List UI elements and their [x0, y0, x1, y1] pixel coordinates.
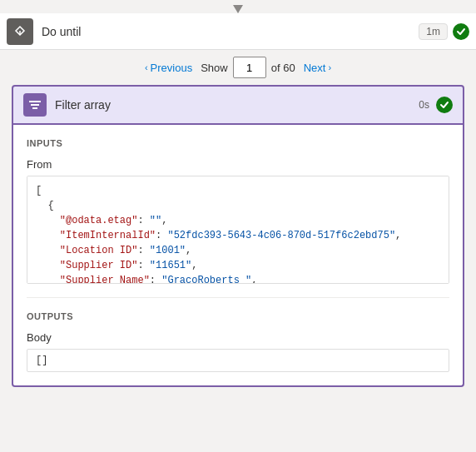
show-label: Show — [201, 62, 228, 74]
code-open-bracket: [ — [36, 183, 440, 198]
chevron-right-icon: › — [328, 62, 331, 72]
code-value-locationid: "1001" — [150, 245, 186, 256]
top-connector-arrow — [0, 0, 476, 13]
filter-array-title: Filter array — [55, 98, 419, 112]
page-input[interactable] — [233, 57, 266, 78]
code-key-locationid: "Location ID" — [60, 245, 138, 256]
top-bar-badge: 1m — [419, 23, 448, 40]
top-bar: Do until 1m — [0, 13, 476, 50]
filter-array-header: Filter array 0s — [12, 85, 464, 125]
code-value-itemid: "52fdc393-5643-4c06-870d-517f6c2ebd75" — [167, 230, 395, 241]
chevron-left-icon: ‹ — [145, 62, 148, 72]
code-line-etag: "@odata.etag": "", — [36, 213, 440, 228]
previous-button[interactable]: ‹ Previous — [141, 60, 196, 76]
inputs-code-box[interactable]: [ { "@odata.etag": "", "ItemInternalId":… — [27, 176, 449, 284]
top-bar-check-icon — [453, 23, 469, 40]
filter-check-icon — [436, 97, 453, 113]
filter-array-icon — [23, 93, 47, 117]
pagination-bar: ‹ Previous Show of 60 Next › — [0, 50, 476, 85]
svg-rect-3 — [32, 107, 37, 109]
code-open-brace: { — [36, 198, 440, 213]
previous-label: Previous — [151, 62, 193, 74]
next-button[interactable]: Next › — [300, 60, 335, 76]
do-until-icon — [7, 18, 33, 45]
outputs-section: OUTPUTS Body [] — [27, 311, 449, 372]
code-value-suppliername: "GracoRoberts " — [161, 275, 251, 284]
code-key-itemid: "ItemInternalId" — [60, 230, 156, 241]
code-key-supplierid: "Supplier ID" — [60, 260, 138, 271]
code-key-etag: "@odata.etag" — [60, 215, 138, 226]
from-label: From — [27, 158, 449, 171]
top-bar-title: Do until — [42, 25, 419, 38]
code-line-suppliername: "Supplier Name": "GracoRoberts ", — [36, 273, 440, 284]
main-content: Filter array 0s INPUTS From [ { "@odata.… — [0, 85, 476, 399]
svg-rect-1 — [29, 101, 41, 102]
code-line-itemid: "ItemInternalId": "52fdc393-5643-4c06-87… — [36, 228, 440, 243]
body-value-box: [] — [27, 349, 449, 372]
section-divider — [27, 297, 449, 298]
outputs-section-header: OUTPUTS — [27, 311, 449, 321]
code-key-suppliername: "Supplier Name" — [60, 275, 150, 284]
svg-marker-0 — [233, 5, 243, 13]
inputs-section: INPUTS From [ { "@odata.etag": "", "Item… — [27, 138, 449, 284]
code-value-etag: "" — [150, 215, 161, 226]
next-label: Next — [304, 62, 326, 74]
code-value-supplierid: "11651" — [150, 260, 191, 271]
svg-rect-2 — [31, 104, 39, 106]
of-total-text: of 60 — [271, 62, 295, 74]
code-line-supplierid: "Supplier ID": "11651", — [36, 258, 440, 273]
panel-body: INPUTS From [ { "@odata.etag": "", "Item… — [12, 125, 464, 387]
body-label: Body — [27, 331, 449, 344]
code-line-locationid: "Location ID": "1001", — [36, 243, 440, 258]
inputs-section-header: INPUTS — [27, 138, 449, 148]
filter-array-badge: 0s — [419, 99, 429, 111]
